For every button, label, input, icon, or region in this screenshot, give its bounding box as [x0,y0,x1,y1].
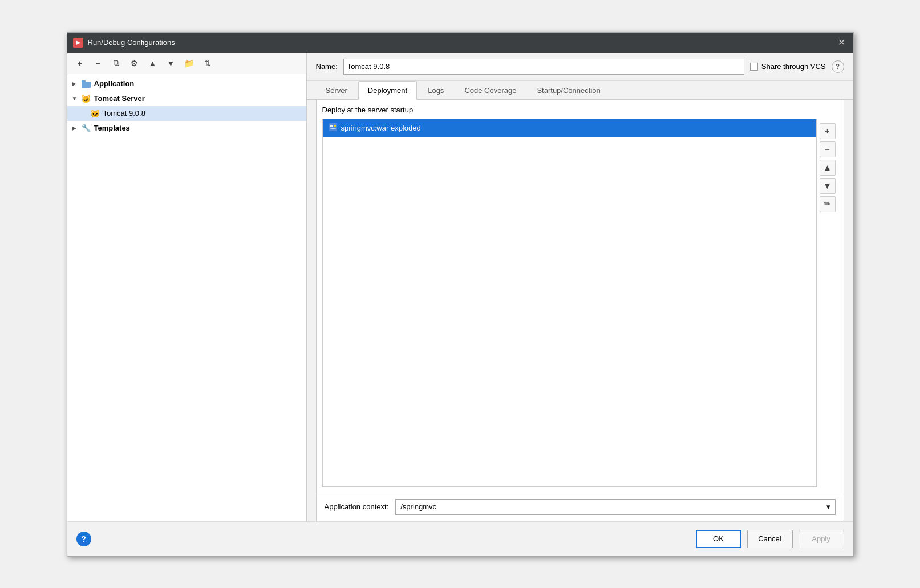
deploy-item-label: springmvc:war exploded [341,124,421,132]
name-input[interactable] [343,59,744,75]
arrow-templates: ▶ [72,125,81,131]
vcs-label: Share through VCS [761,62,826,71]
folder-button[interactable]: 📁 [181,56,197,70]
war-icon [329,123,338,133]
vcs-area: Share through VCS [750,62,826,71]
side-buttons: + − ▲ ▼ ✏ [817,119,838,487]
app-context-select[interactable]: /springmvc ▾ [395,499,835,515]
deploy-content-inner: springmvc:war exploded + − ▲ ▼ ✏ [322,119,838,487]
left-panel: + − ⧉ ⚙ ▲ ▼ 📁 ⇅ ▶ [67,53,307,521]
name-label: Name: [316,62,338,71]
tab-startup-connection[interactable]: Startup/Connection [527,81,610,99]
cancel-button[interactable]: Cancel [747,530,793,548]
tomcat-server-icon: 🐱 [81,94,91,104]
config-tree: ▶ Application ▼ 🐱 Tomcat Server [67,74,306,521]
sort-button[interactable]: ⇅ [200,56,216,70]
tabs-bar: Server Deployment Logs Code Coverage Sta… [307,81,853,100]
vcs-checkbox[interactable] [750,63,758,71]
svg-rect-5 [330,128,336,129]
tree-item-tomcat-908[interactable]: 🐱 Tomcat 9.0.8 [67,106,306,121]
svg-rect-4 [334,125,336,127]
move-down-button[interactable]: ▼ [163,56,179,70]
tab-server[interactable]: Server [316,81,357,99]
bottom-bar: ? OK Cancel Apply [67,521,853,556]
deploy-down-button[interactable]: ▼ [820,178,836,194]
app-icon: ▶ [73,38,83,48]
deploy-area: Deploy at the server startup [317,100,844,493]
app-context-row: Application context: /springmvc ▾ [317,493,844,521]
app-context-label: Application context: [325,502,389,511]
right-panel: Name: Share through VCS ? Server Deploym… [307,53,853,521]
templates-label: Templates [94,124,130,132]
tab-logs[interactable]: Logs [418,81,453,99]
apply-button[interactable]: Apply [799,530,844,548]
app-context-value: /springmvc [400,502,436,511]
copy-config-button[interactable]: ⧉ [108,56,124,70]
deploy-edit-button[interactable]: ✏ [820,196,836,212]
deploy-up-button[interactable]: ▲ [820,160,836,176]
tree-item-tomcat-server[interactable]: ▼ 🐱 Tomcat Server [67,91,306,106]
deploy-title: Deploy at the server startup [322,106,838,114]
settings-button[interactable]: ⚙ [127,56,143,70]
arrow-tomcat-server: ▼ [72,95,81,102]
svg-rect-1 [82,80,86,83]
deploy-remove-button[interactable]: − [820,141,836,157]
add-config-button[interactable]: + [72,56,88,70]
deploy-list: springmvc:war exploded [322,119,817,487]
ok-button[interactable]: OK [696,530,741,548]
run-debug-dialog: ▶ Run/Debug Configurations ✕ + − ⧉ ⚙ ▲ ▼… [67,32,854,557]
tab-code-coverage[interactable]: Code Coverage [455,81,526,99]
deploy-add-button[interactable]: + [820,123,836,139]
dropdown-arrow-icon: ▾ [826,502,830,511]
close-button[interactable]: ✕ [836,37,848,48]
toolbar: + − ⧉ ⚙ ▲ ▼ 📁 ⇅ [67,53,306,74]
arrow-application: ▶ [72,80,81,87]
wrench-icon: 🔧 [81,123,91,133]
help-circle-button[interactable]: ? [76,532,91,546]
tomcat-server-label: Tomcat Server [94,94,145,103]
deploy-list-item-springmvc[interactable]: springmvc:war exploded [323,119,816,137]
move-up-button[interactable]: ▲ [145,56,161,70]
remove-config-button[interactable]: − [90,56,106,70]
application-label: Application [94,79,135,88]
tomcat-908-icon: 🐱 [90,108,100,119]
svg-rect-2 [329,123,337,131]
title-bar: ▶ Run/Debug Configurations ✕ [67,33,853,53]
tab-content: Deploy at the server startup [316,100,844,521]
dialog-title: Run/Debug Configurations [88,38,836,47]
name-row: Name: Share through VCS ? [307,53,853,81]
tree-item-templates[interactable]: ▶ 🔧 Templates [67,121,306,136]
tab-deployment[interactable]: Deployment [358,81,417,100]
help-button[interactable]: ? [832,60,844,73]
folder-icon [81,79,91,89]
tomcat-908-label: Tomcat 9.0.8 [103,109,145,117]
svg-rect-3 [330,125,333,127]
tree-item-application[interactable]: ▶ Application [67,76,306,91]
dialog-body: + − ⧉ ⚙ ▲ ▼ 📁 ⇅ ▶ [67,53,853,521]
